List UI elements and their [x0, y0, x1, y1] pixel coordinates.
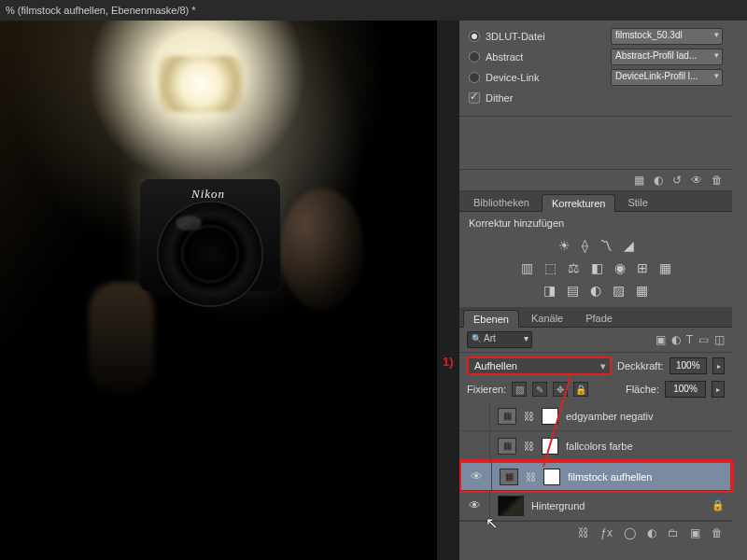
adj-threshold-icon[interactable]: ◐ [590, 283, 601, 298]
layer-name-label[interactable]: filmstock aufhellen [568, 471, 653, 483]
filter-type-icon[interactable]: T [686, 333, 693, 346]
layer-style-icon[interactable]: ƒx [600, 526, 613, 539]
photo-camera-lens [159, 203, 261, 305]
layer-mask-thumbnail[interactable] [542, 438, 558, 455]
label-device-link: Device-Link [486, 72, 539, 83]
tab-paths[interactable]: Pfade [575, 309, 623, 327]
layer-row-edgyamber[interactable]: 👁 ▦ ⛓ edgyamber negativ [459, 401, 732, 431]
adj-channelmix-icon[interactable]: ⊞ [637, 260, 648, 275]
link-icon: ⛓ [524, 441, 534, 452]
photo-hand [89, 282, 154, 394]
dropdown-abstract-profile[interactable]: Abstract-Profil lad... [611, 49, 723, 65]
layer-lock-row: Fixieren: ▨ ✎ ✥ 🔒 Fläche: 100% ▸ [459, 377, 732, 401]
layer-filter-bar: Art ▣ ◐ T ▭ ◫ [459, 328, 732, 353]
tab-channels[interactable]: Kanäle [521, 309, 573, 327]
image-canvas[interactable]: Nikon [0, 21, 437, 560]
lock-pixels-icon[interactable]: ✎ [532, 382, 547, 397]
fill-label: Fläche: [626, 384, 659, 395]
layer-mask-thumbnail[interactable] [542, 408, 558, 425]
camera-brand-label: Nikon [191, 187, 225, 202]
lock-position-icon[interactable]: ✥ [553, 382, 568, 397]
filter-smart-icon[interactable]: ◫ [714, 333, 725, 346]
tab-layers[interactable]: Ebenen [463, 310, 519, 328]
fill-value-input[interactable]: 100% [665, 381, 706, 398]
opacity-stepper[interactable]: ▸ [712, 357, 725, 374]
filter-adjustment-icon[interactable]: ◐ [671, 333, 681, 346]
visibility-toggle[interactable]: 👁 [467, 409, 482, 423]
layer-thumbnail[interactable] [498, 496, 524, 516]
photo-face [280, 189, 364, 310]
adj-colorbalance-icon[interactable]: ⚖ [568, 260, 580, 275]
delete-layer-icon[interactable]: 🗑 [712, 526, 723, 539]
filter-pixel-icon[interactable]: ▣ [655, 333, 666, 346]
new-group-icon[interactable]: 🗀 [668, 526, 679, 539]
blend-mode-dropdown[interactable]: Aufhellen [467, 357, 612, 375]
link-icon: ⛓ [526, 471, 536, 483]
adj-selectivecolor-icon[interactable]: ▨ [613, 283, 625, 298]
photo-flash-highlight [159, 56, 243, 112]
link-layers-icon[interactable]: ⛓ [578, 526, 589, 539]
adjustment-thumbnail-icon: ▦ [500, 469, 518, 485]
radio-abstract[interactable] [469, 51, 480, 63]
adj-hue-icon[interactable]: ⬚ [544, 260, 557, 275]
layer-row-fallcolors[interactable]: 👁 ▦ ⛓ fallcolors farbe [459, 431, 732, 461]
layer-mask-thumbnail[interactable] [543, 469, 560, 485]
adj-photofilter-icon[interactable]: ◉ [614, 260, 626, 275]
background-lock-icon[interactable]: 🔒 [712, 499, 725, 511]
adj-exposure-icon[interactable]: ◢ [624, 238, 634, 253]
layers-footer-icons: ⛓ ƒx ◯ ◐ 🗀 ▣ 🗑 [459, 521, 732, 543]
layer-filter-kind-dropdown[interactable]: Art [467, 331, 532, 348]
adj-curves-icon[interactable]: 〽 [599, 238, 613, 253]
new-adjustment-layer-icon[interactable]: ◐ [647, 526, 656, 539]
radio-device-link[interactable] [469, 72, 480, 83]
document-tab-bar: % (filmstock aufhellen, Ebenenmaske/8) * [0, 0, 747, 21]
opacity-value-input[interactable]: 100% [669, 357, 707, 374]
tab-styles[interactable]: Stile [617, 193, 657, 211]
add-mask-icon[interactable]: ◯ [624, 526, 636, 539]
layer-name-label[interactable]: Hintergrund [531, 500, 585, 511]
dropdown-3dlut-file[interactable]: filmstock_50.3dl [611, 28, 723, 45]
view-previous-icon[interactable]: ◐ [654, 174, 663, 187]
lock-all-icon[interactable]: 🔒 [573, 382, 588, 397]
filter-shape-icon[interactable]: ▭ [698, 333, 709, 346]
tab-libraries[interactable]: Bibliotheken [463, 193, 540, 211]
layer-name-label[interactable]: fallcolors farbe [566, 441, 633, 452]
adj-colorlookup-icon[interactable]: ▦ [659, 260, 671, 275]
delete-adjustment-icon[interactable]: 🗑 [712, 174, 723, 187]
adj-gradientmap-icon[interactable]: ▦ [636, 283, 648, 298]
adj-brightness-icon[interactable]: ☀ [558, 238, 571, 253]
visibility-toggle[interactable]: 👁 [467, 498, 482, 512]
photo-camera-body: Nikon [140, 179, 280, 291]
visibility-toggle[interactable]: 👁 [467, 439, 482, 453]
adj-invert-icon[interactable]: ◨ [543, 283, 556, 298]
link-icon: ⛓ [524, 411, 534, 422]
canvas-area[interactable]: Nikon [0, 21, 459, 560]
document-tab-title[interactable]: % (filmstock aufhellen, Ebenenmaske/8) * [6, 5, 196, 16]
checkbox-dither[interactable] [469, 92, 480, 104]
layers-tabstrip: Ebenen Kanäle Pfade [459, 307, 732, 328]
color-lookup-properties: 3DLUT-Datei filmstock_50.3dl Abstract Ab… [459, 21, 732, 117]
radio-3dlut[interactable] [469, 31, 480, 42]
adjustments-heading: Korrektur hinzufügen [469, 217, 723, 229]
layer-row-filmstock[interactable]: 👁 ▦ ⛓ filmstock aufhellen [459, 461, 732, 491]
label-abstract: Abstract [486, 51, 523, 63]
tab-adjustments[interactable]: Korrekturen [542, 194, 615, 212]
visibility-toggle[interactable]: 👁 [469, 469, 484, 483]
layers-list: 👁 ▦ ⛓ edgyamber negativ 👁 ▦ ⛓ fallcolors… [459, 401, 732, 521]
toggle-visibility-icon[interactable]: 👁 [691, 174, 702, 187]
adj-posterize-icon[interactable]: ▤ [567, 283, 579, 298]
lock-label: Fixieren: [467, 384, 506, 395]
adj-bw-icon[interactable]: ◧ [591, 260, 603, 275]
reset-icon[interactable]: ↺ [672, 174, 682, 187]
fill-stepper[interactable]: ▸ [712, 381, 725, 398]
adj-vibrance-icon[interactable]: ▥ [521, 260, 533, 275]
lock-transparency-icon[interactable]: ▨ [512, 382, 527, 397]
adj-levels-icon[interactable]: ⟠ [582, 238, 588, 253]
properties-footer-icons: ▦ ◐ ↺ 👁 🗑 [459, 169, 732, 191]
clip-to-layer-icon[interactable]: ▦ [634, 174, 644, 187]
dropdown-device-link-profile[interactable]: DeviceLink-Profil l... [611, 69, 723, 86]
opacity-label: Deckkraft: [617, 360, 664, 371]
layer-row-background[interactable]: 👁 Hintergrund 🔒 [459, 491, 732, 521]
layer-name-label[interactable]: edgyamber negativ [566, 411, 654, 422]
new-layer-icon[interactable]: ▣ [690, 526, 700, 539]
